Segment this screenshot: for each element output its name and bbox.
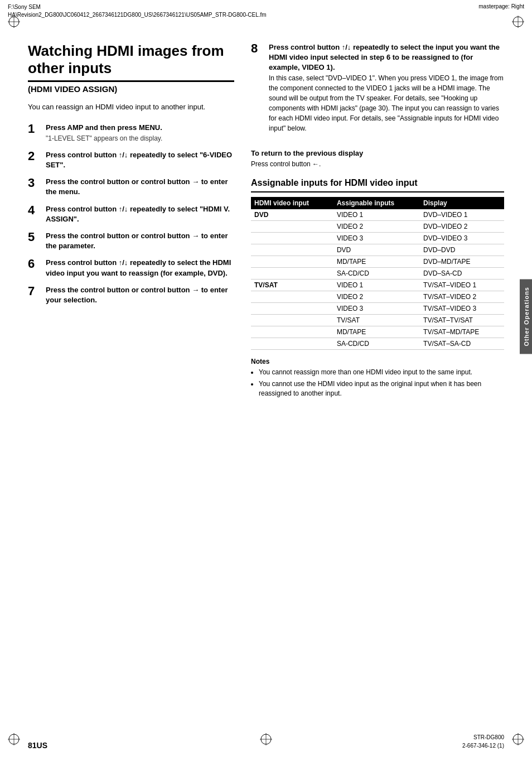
cell-assignable: TV/SAT [333,315,420,326]
table-row: VIDEO 3DVD–VIDEO 3 [251,233,504,244]
step-number-2: 2 [28,150,42,170]
cell-hdmi [251,338,333,350]
cell-hdmi [251,233,333,244]
table-row: SA-CD/CDTV/SAT–SA-CD [251,338,504,350]
assign-table: HDMI video input Assignable inputs Displ… [251,197,504,350]
cell-assignable: VIDEO 2 [333,291,420,303]
cell-hdmi [251,291,333,303]
cell-display: TV/SAT–TV/SAT [420,315,504,326]
step-title-8: Press control button ↑/↓ repeatedly to s… [269,42,504,73]
cell-assignable: SA-CD/CD [333,338,420,350]
page-footer: 81US STR-DG800 2-667-346-12 (1) [28,733,504,750]
step-title-6: Press control button ↑/↓ repeatedly to s… [46,258,234,278]
col-hdmi-video-input: HDMI video input [251,197,333,209]
return-title: To return to the previous display [251,149,504,157]
step-number-1: 1 [28,123,42,143]
step-title-1: Press AMP and then press MENU. [46,123,234,133]
notes-list-item: You cannot use the HDMI video input as t… [259,379,504,398]
right-column: 8 Press control button ↑/↓ repeatedly to… [251,42,504,401]
left-column: Watching HDMI images from other inputs (… [28,42,234,401]
cell-display: DVD–VIDEO 2 [420,221,504,233]
cell-hdmi: TV/SAT [251,280,333,291]
col-assignable-inputs: Assignable inputs [333,197,420,209]
cell-assignable: VIDEO 3 [333,303,420,315]
header-filepath: F:\Sony SEM HA\Revision2_DG800\JC060412_… [8,3,267,19]
corner-mark-tr [512,16,524,28]
model-name: STR-DG800 [462,733,504,741]
cell-hdmi: DVD [251,209,333,221]
step-number-7: 7 [28,285,42,305]
step-content-5: Press the control button or control butt… [46,231,234,251]
cell-display: DVD–MD/TAPE [420,256,504,268]
cell-assignable: VIDEO 1 [333,209,420,221]
cell-hdmi [251,315,333,326]
page-title: Watching HDMI images from other inputs [28,42,234,82]
step-title-3: Press the control button or control butt… [46,177,234,197]
cell-hdmi [251,221,333,233]
table-row: VIDEO 2TV/SAT–VIDEO 2 [251,291,504,303]
page-content: Watching HDMI images from other inputs (… [0,20,532,434]
page-subtitle: (HDMI VIDEO ASSIGN) [28,84,234,94]
cell-display: TV/SAT–MD/TAPE [420,326,504,338]
step-content-4: Press control button ↑/↓ repeatedly to s… [46,204,234,224]
table-row: TV/SATVIDEO 1TV/SAT–VIDEO 1 [251,280,504,291]
cell-assignable: SA-CD/CD [333,268,420,280]
corner-mark-tl [8,16,20,28]
table-row: VIDEO 3TV/SAT–VIDEO 3 [251,303,504,315]
step-title-7: Press the control button or control butt… [46,285,234,305]
corner-mark-bl [8,733,20,745]
step-5: 5 Press the control button or control bu… [28,231,234,251]
step-3: 3 Press the control button or control bu… [28,177,234,197]
step-number-5: 5 [28,231,42,251]
step-number-6: 6 [28,258,42,278]
step-4: 4 Press control button ↑/↓ repeatedly to… [28,204,234,224]
cell-hdmi [251,268,333,280]
cell-assignable: VIDEO 2 [333,221,420,233]
col-display: Display [420,197,504,209]
table-header-row: HDMI video input Assignable inputs Displ… [251,197,504,209]
table-row: MD/TAPEDVD–MD/TAPE [251,256,504,268]
step-8: 8 Press control button ↑/↓ repeatedly to… [251,42,504,141]
notes-list-item: You cannot reassign more than one HDMI v… [259,368,504,377]
step-2: 2 Press control button ↑/↓ repeatedly to… [28,150,234,170]
cell-hdmi [251,326,333,338]
table-row: TV/SATTV/SAT–TV/SAT [251,315,504,326]
cell-assignable: MD/TAPE [333,326,420,338]
side-operations-label: Other Operations [520,279,532,354]
cell-assignable: MD/TAPE [333,256,420,268]
step-content-6: Press control button ↑/↓ repeatedly to s… [46,258,234,278]
cell-assignable: DVD [333,244,420,256]
cell-display: TV/SAT–VIDEO 1 [420,280,504,291]
step-title-4: Press control button ↑/↓ repeatedly to s… [46,204,234,224]
step-7: 7 Press the control button or control bu… [28,285,234,305]
cell-hdmi [251,303,333,315]
notes-title: Notes [251,358,504,365]
step-content-1: Press AMP and then press MENU. "1-LEVEL … [46,123,234,143]
model-code: 2-667-346-12 (1) [462,741,504,750]
return-section: To return to the previous display Press … [251,149,504,169]
step-number-3: 3 [28,177,42,197]
cell-assignable: VIDEO 1 [333,280,420,291]
notes-section: Notes You cannot reassign more than one … [251,358,504,398]
intro-text: You can reassign an HDMI video input to … [28,102,234,113]
cell-display: DVD–VIDEO 1 [420,209,504,221]
return-text: Press control button ←. [251,160,504,169]
model-info: STR-DG800 2-667-346-12 (1) [462,733,504,750]
notes-list: You cannot reassign more than one HDMI v… [251,368,504,398]
table-section-title: Assignable inputs for HDMI video input [251,177,504,192]
cell-display: TV/SAT–SA-CD [420,338,504,350]
corner-mark-br [512,733,524,745]
cell-display: DVD–DVD [420,244,504,256]
cell-assignable: VIDEO 3 [333,233,420,244]
cell-display: TV/SAT–VIDEO 2 [420,291,504,303]
step-number-8: 8 [251,42,265,141]
step-title-5: Press the control button or control butt… [46,231,234,251]
cell-hdmi [251,244,333,256]
cell-hdmi [251,256,333,268]
table-row: SA-CD/CDDVD–SA-CD [251,268,504,280]
table-row: VIDEO 2DVD–VIDEO 2 [251,221,504,233]
step-1: 1 Press AMP and then press MENU. "1-LEVE… [28,123,234,143]
cell-display: DVD–SA-CD [420,268,504,280]
step-content-8: Press control button ↑/↓ repeatedly to s… [269,42,504,141]
cell-display: TV/SAT–VIDEO 3 [420,303,504,315]
